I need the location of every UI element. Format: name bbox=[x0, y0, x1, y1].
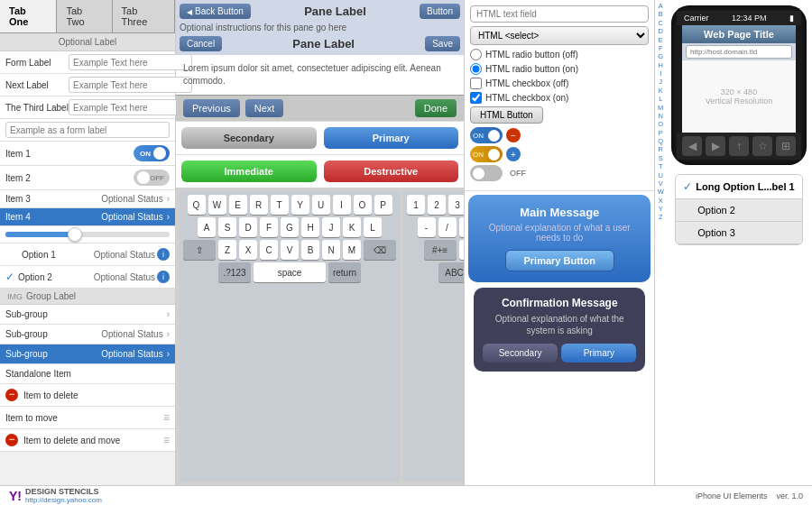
alpha-s[interactable]: S bbox=[659, 154, 663, 162]
alpha-v[interactable]: V bbox=[659, 179, 663, 188]
key-q[interactable]: Q bbox=[188, 195, 206, 215]
done-button[interactable]: Done bbox=[415, 99, 457, 117]
checkbox-on[interactable] bbox=[470, 92, 482, 104]
html-text-field[interactable] bbox=[470, 5, 649, 23]
phone-back-icon[interactable]: ◀ bbox=[682, 136, 702, 156]
form-input-2[interactable] bbox=[69, 77, 192, 93]
alpha-e[interactable]: E bbox=[659, 36, 663, 44]
key-i[interactable]: I bbox=[333, 195, 351, 215]
reorder-icon-1[interactable]: ≡ bbox=[163, 411, 170, 424]
alpha-u[interactable]: U bbox=[659, 171, 663, 179]
key-d[interactable]: D bbox=[239, 217, 257, 237]
alpha-p[interactable]: P bbox=[659, 129, 663, 137]
key-2[interactable]: 2 bbox=[428, 195, 446, 215]
key-e[interactable]: E bbox=[229, 195, 247, 215]
key-c[interactable]: C bbox=[260, 240, 278, 260]
num-key[interactable]: .?123 bbox=[218, 262, 251, 282]
key-3[interactable]: 3 bbox=[448, 195, 465, 215]
key-z[interactable]: Z bbox=[218, 240, 236, 260]
key-l[interactable]: L bbox=[364, 217, 382, 237]
alpha-m[interactable]: M bbox=[658, 104, 663, 112]
alpha-y[interactable]: Y bbox=[659, 205, 663, 213]
phone-forward-icon[interactable]: ▶ bbox=[706, 136, 725, 156]
shift-key[interactable]: ⇧ bbox=[183, 240, 216, 260]
destructive-button[interactable]: Destructive bbox=[324, 161, 459, 182]
key-x[interactable]: X bbox=[239, 240, 257, 260]
status-row-4[interactable]: Item 4 Optional Status › bbox=[0, 208, 175, 226]
standalone-input[interactable] bbox=[5, 122, 170, 138]
alpha-t[interactable]: T bbox=[659, 162, 663, 170]
subgroup-row-2[interactable]: Sub-group Optional Status › bbox=[0, 325, 175, 344]
pane-button[interactable]: Button bbox=[420, 4, 460, 19]
immediate-button[interactable]: Immediate bbox=[181, 161, 317, 182]
alpha-j[interactable]: J bbox=[659, 78, 662, 86]
key-b[interactable]: B bbox=[301, 240, 319, 260]
confirmation-primary[interactable]: Primary bbox=[561, 344, 636, 363]
html-select[interactable]: HTML <select> bbox=[470, 26, 649, 45]
key-1[interactable]: 1 bbox=[407, 195, 425, 215]
option-row-2[interactable]: ✓ Option 2 Optional Status i bbox=[0, 266, 175, 289]
form-input-3[interactable] bbox=[69, 99, 192, 115]
backspace-key[interactable]: ⌫ bbox=[364, 240, 396, 260]
back-button[interactable]: Back Button bbox=[180, 4, 251, 19]
subgroup-row-3[interactable]: Sub-group Optional Status › bbox=[0, 344, 175, 364]
status-row-3[interactable]: Item 3 Optional Status › bbox=[0, 190, 175, 208]
space-key-qwerty[interactable]: space bbox=[254, 262, 326, 282]
alpha-n[interactable]: N bbox=[659, 112, 663, 120]
delete-icon-2[interactable]: − bbox=[5, 434, 18, 446]
phone-share-icon[interactable]: ↑ bbox=[729, 136, 749, 156]
option-row-1[interactable]: Option 1 Optional Status i bbox=[0, 243, 175, 266]
previous-button[interactable]: Previous bbox=[183, 99, 240, 117]
tab-three[interactable]: Tab Three bbox=[113, 0, 175, 32]
list-item-3[interactable]: Option 3 bbox=[676, 222, 801, 244]
alpha-i[interactable]: I bbox=[660, 69, 661, 78]
html-toggle-on[interactable]: ON bbox=[470, 127, 503, 143]
alpha-h[interactable]: H bbox=[659, 61, 663, 69]
key-m[interactable]: M bbox=[343, 240, 361, 260]
tab-one[interactable]: Tab One bbox=[0, 0, 57, 32]
return-key[interactable]: return bbox=[328, 262, 361, 282]
key-w[interactable]: W bbox=[208, 195, 226, 215]
key-t[interactable]: T bbox=[271, 195, 289, 215]
key-slash[interactable]: / bbox=[438, 217, 457, 237]
radio-off[interactable] bbox=[470, 49, 482, 60]
form-input-1[interactable] bbox=[69, 54, 192, 70]
more-key[interactable]: #+≡ bbox=[424, 240, 457, 260]
key-s[interactable]: S bbox=[218, 217, 236, 237]
key-y[interactable]: Y bbox=[291, 195, 309, 215]
slider-thumb[interactable] bbox=[68, 227, 82, 242]
html-toggle-off[interactable] bbox=[470, 165, 503, 181]
phone-tabs-icon[interactable]: ⊞ bbox=[776, 136, 796, 156]
toggle-on-1[interactable]: ON bbox=[134, 145, 170, 161]
next-button[interactable]: Next bbox=[245, 99, 284, 117]
alpha-x[interactable]: X bbox=[659, 197, 663, 205]
key-o[interactable]: O bbox=[354, 195, 372, 215]
alpha-r[interactable]: R bbox=[659, 145, 663, 153]
confirmation-secondary[interactable]: Secondary bbox=[483, 344, 558, 363]
key-p[interactable]: P bbox=[374, 195, 392, 215]
html-button[interactable]: HTML Button bbox=[470, 106, 543, 124]
key-dash[interactable]: - bbox=[418, 217, 436, 237]
radio-on[interactable] bbox=[470, 63, 482, 75]
abc-key[interactable]: ABC bbox=[438, 262, 466, 282]
alpha-k[interactable]: K bbox=[659, 87, 663, 95]
checkbox-off[interactable] bbox=[470, 78, 482, 89]
reorder-icon-2[interactable]: ≡ bbox=[163, 434, 170, 446]
alpha-o[interactable]: O bbox=[658, 120, 663, 128]
delete-icon-1[interactable]: − bbox=[5, 389, 18, 401]
tab-two[interactable]: Tab Two bbox=[57, 0, 112, 32]
alpha-a[interactable]: A bbox=[659, 2, 663, 10]
secondary-button[interactable]: Secondary bbox=[181, 127, 317, 149]
phone-bookmark-icon[interactable]: ☆ bbox=[752, 136, 772, 156]
phone-url-input[interactable] bbox=[686, 45, 792, 59]
toggle-off-2[interactable]: OFF bbox=[134, 170, 170, 186]
key-k[interactable]: K bbox=[343, 217, 361, 237]
primary-button[interactable]: Primary bbox=[324, 127, 459, 149]
save-button[interactable]: Save bbox=[425, 36, 460, 51]
alpha-d[interactable]: D bbox=[659, 27, 663, 35]
key-a[interactable]: A bbox=[198, 217, 216, 237]
key-u[interactable]: U bbox=[312, 195, 330, 215]
alpha-f[interactable]: F bbox=[659, 44, 663, 52]
info-badge-1[interactable]: i bbox=[157, 248, 170, 261]
alpha-b[interactable]: B bbox=[659, 10, 663, 18]
